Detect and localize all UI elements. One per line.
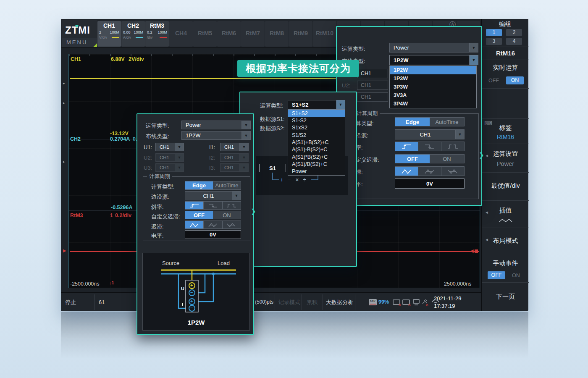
group-button-2[interactable]: 2 (506, 29, 522, 36)
wiring-caption: 1P2W (143, 319, 249, 326)
slope-both-icon[interactable] (223, 202, 241, 209)
list-option[interactable]: 1P2W (390, 66, 476, 74)
rtm3-left-marker-icon[interactable]: ▶ (63, 248, 66, 253)
rtm3-right-handle[interactable] (475, 249, 478, 253)
wiring-type-label: 布线类型: (146, 133, 169, 140)
operators-label: + − × ÷ (280, 176, 307, 183)
tab-rtm9[interactable]: RtM9 (289, 21, 312, 47)
slope-label: 斜率: (151, 203, 164, 211)
calc-type-dropdown[interactable]: S1+S2 ▼ (288, 100, 345, 109)
tab-ch1[interactable]: CH1 2100M V/div (97, 21, 121, 47)
cursor-marker-icon[interactable]: ▸ (63, 101, 65, 105)
u1-source-box[interactable]: CH1 (357, 69, 388, 78)
i1-dropdown[interactable]: CH1▼ (220, 143, 249, 151)
acquisition-status: 停止 (65, 293, 76, 312)
rtm3-color-dash (160, 37, 167, 38)
hysteresis-1-icon[interactable] (185, 221, 204, 228)
slope-rise-icon[interactable] (395, 142, 418, 151)
u2-source-box[interactable]: CH1 (357, 81, 388, 90)
edge-source-dropdown[interactable]: CH1 ▼ (395, 129, 465, 139)
trigger-marker: ↓1 (109, 280, 114, 285)
tab-ch4[interactable]: CH4 (169, 21, 193, 47)
list-option[interactable]: Power (288, 168, 345, 175)
source1-label: 数据源S1: (260, 116, 285, 123)
rtm3-right-marker-icon[interactable]: ◀ (470, 248, 473, 254)
u2-dropdown[interactable]: CH1▼ (155, 153, 184, 162)
tab-rtm10[interactable]: RtM10 (313, 21, 336, 47)
realtime-section: 实时运算 OFF ON (482, 60, 529, 88)
next-page-section[interactable]: 下一页 (482, 282, 529, 311)
realtime-on-button[interactable]: ON (506, 76, 524, 84)
list-option[interactable]: 3P4W (390, 100, 476, 108)
list-option[interactable]: A(S1)/B(S2)+C (288, 160, 345, 168)
logo-block: ZTMI MENU (62, 20, 97, 47)
list-option[interactable]: S1/S2 (288, 131, 345, 139)
i3-dropdown[interactable]: CH1▼ (220, 163, 249, 172)
best-value-section[interactable]: 最优值/div (482, 172, 529, 200)
tab-rtm7[interactable]: RtM7 (241, 21, 265, 47)
hysteresis-3-icon[interactable] (441, 167, 464, 176)
u3-source-box[interactable]: CH1 (357, 92, 388, 102)
slope-fall-icon[interactable] (204, 202, 222, 209)
wiring-type-dropdown[interactable]: 1P2W ▼ (181, 131, 251, 140)
group-button-1[interactable]: 1 (486, 29, 502, 36)
label-value: RtM16 (482, 134, 529, 140)
realtime-off[interactable]: OFF (488, 78, 499, 84)
u3-dropdown[interactable]: CH1▼ (155, 163, 184, 172)
tab-ch2[interactable]: CH2 0.08100M A/div (121, 21, 145, 47)
group-button-4[interactable]: 4 (506, 38, 522, 45)
interpolation-section[interactable]: ◄ 插值 (482, 200, 529, 228)
calc-mode-toggle[interactable]: Edge AutoTime (185, 181, 241, 190)
list-option[interactable]: S1-S2 (288, 117, 345, 124)
list-option[interactable]: 1P3W (390, 74, 476, 83)
slope-fall-icon[interactable] (418, 142, 441, 151)
dropdown-arrow-icon: ▼ (469, 43, 478, 52)
calc-type-label: 运算类型: (342, 45, 365, 53)
group-button-3[interactable]: 3 (486, 38, 502, 45)
manual-event-on[interactable]: ON (512, 273, 520, 278)
menu-button[interactable]: MENU (62, 38, 97, 47)
i2-dropdown[interactable]: CH1▼ (220, 153, 249, 162)
manual-event-off-button[interactable]: OFF (488, 271, 505, 279)
hysteresis-3-icon[interactable] (223, 221, 241, 228)
tab-rtm3[interactable]: RtM3 0.2100M /div (145, 21, 169, 47)
layout-mode-section[interactable]: ◄ 布局模式 (482, 228, 529, 253)
calc-type-dropdown[interactable]: Power ▼ (389, 43, 478, 52)
list-option[interactable]: S1xS2 (288, 124, 345, 131)
hysteresis-2-icon[interactable] (418, 167, 441, 176)
status-bar: 停止 61 (500)pts 记录模式 累积 大数据分析 SSD 99% ✕ ✕ (61, 292, 481, 311)
cursor-marker-icon[interactable]: ▸ (63, 81, 65, 85)
slope-both-icon[interactable] (441, 142, 464, 151)
list-option[interactable]: A(S1)-B(S2)+C (288, 146, 345, 153)
manual-event-title: 手动事件 (482, 260, 529, 268)
hysteresis-2-icon[interactable] (204, 221, 222, 228)
list-option[interactable]: A(S1)+B(S2)+C (288, 139, 345, 146)
list-option[interactable]: 3P3W (390, 83, 476, 91)
level-input[interactable]: 0V (185, 230, 241, 239)
calc-settings-section[interactable]: ◄ 运算设置 Power (482, 144, 529, 172)
u1-dropdown[interactable]: CH1▼ (155, 143, 184, 151)
empty-section (482, 88, 529, 118)
tab-rtm6[interactable]: RtM6 (217, 21, 241, 47)
custom-hysteresis-toggle[interactable]: OFF ON (185, 211, 241, 219)
expand-left-icon: ◄ (485, 237, 489, 242)
calc-mode-toggle[interactable]: Edge AutoTime (395, 117, 465, 126)
edge-source-label: 边沿源: (151, 193, 169, 201)
record-mode-label: 记录模式 (278, 293, 300, 312)
cursor-marker-icon[interactable]: ▸ (63, 160, 65, 164)
list-option[interactable]: 3V3A (390, 91, 476, 100)
hysteresis-1-icon[interactable] (395, 167, 418, 176)
slope-rise-icon[interactable] (185, 202, 204, 209)
list-option[interactable]: S1+S2 (288, 110, 345, 117)
wiring-type-dropdown[interactable]: 1P2W ▼ (389, 55, 478, 65)
ch2-value: 0.2704A (110, 136, 130, 142)
tab-rtm5[interactable]: RtM5 (193, 21, 217, 47)
list-option[interactable]: A(S1)*B(S2)+C (288, 153, 345, 160)
label-section[interactable]: ⌨ 标签 RtM16 (482, 118, 529, 144)
tab-rtm8[interactable]: RtM8 (265, 21, 289, 47)
custom-hysteresis-toggle[interactable]: OFF ON (395, 154, 465, 163)
level-input[interactable]: 0V (395, 178, 465, 189)
calc-type-dropdown[interactable]: Power ▼ (181, 121, 251, 129)
realtime-title: 实时运算 (482, 64, 529, 72)
edge-source-dropdown[interactable]: CH1 ▼ (185, 191, 241, 200)
